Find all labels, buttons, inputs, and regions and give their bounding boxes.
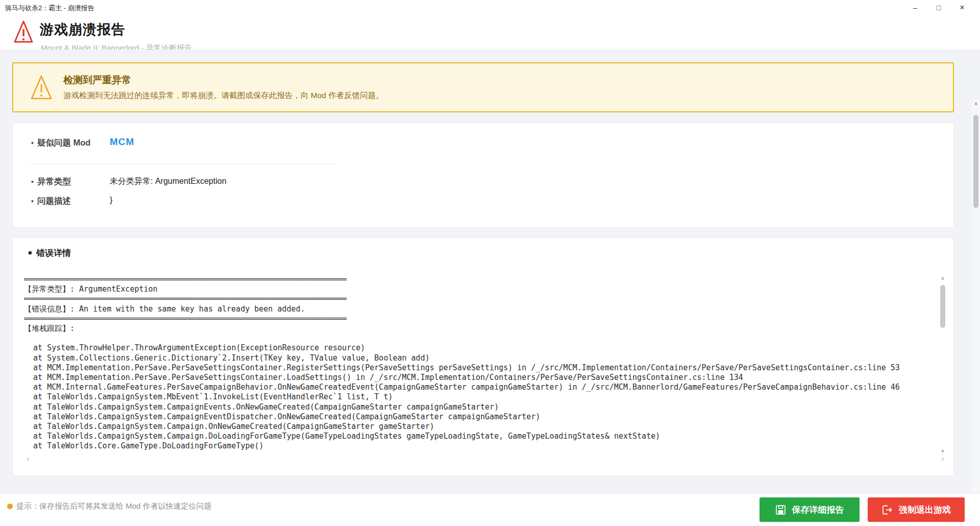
error-details-heading: ■错误详情 [28,247,71,259]
report-header: 游戏崩溃报告 Mount & Blade II: Bannerlord - 异常… [0,15,980,50]
titlebar[interactable]: 骑马与砍杀2：霸主 - 崩溃报告 – □ × [0,0,980,15]
scroll-left-icon[interactable]: ‹ [24,455,32,464]
alert-title: 检测到严重异常 [63,74,131,87]
code-vscroll-thumb[interactable] [940,285,945,328]
scroll-up-icon[interactable]: ∧ [939,275,947,282]
summary-divider [29,164,335,164]
page-title: 游戏崩溃报告 [40,20,126,39]
close-button[interactable]: × [950,0,974,15]
window-controls: – □ × [903,0,974,15]
bullet-icon: • [31,139,34,147]
exit-door-icon [881,505,893,515]
error-details-card: ■错误详情 ══════════════════════════════════… [12,237,954,476]
error-code[interactable]: ════════════════════════════════════════… [24,275,933,453]
save-floppy-icon [775,505,786,515]
exception-type-label: •异常类型 [31,176,71,187]
maximize-button[interactable]: □ [927,0,950,15]
content-area: 检测到严重异常 游戏检测到无法跳过的连续异常，即将崩溃。请截图或保存此报告，向 … [0,50,980,493]
window-title: 骑马与砍杀2：霸主 - 崩溃报告 [5,4,94,13]
crash-summary-card: •疑似问题 Mod MCM •异常类型 未分类异常: ArgumentExcep… [12,123,954,228]
code-horizontal-scrollbar[interactable]: ‹ › [24,455,947,464]
suspected-mod-value: MCM [110,136,134,148]
problem-description-label: •问题描述 [31,196,71,207]
force-quit-button[interactable]: 强制退出游戏 [868,497,965,522]
hint-dot-icon [7,504,13,509]
exception-type-value: 未分类异常: ArgumentException [110,176,227,187]
page-subtitle: Mount & Blade II: Bannerlord - 异常诊断报告 [41,43,192,50]
code-vertical-scrollbar[interactable]: ∧ ∨ [939,275,947,455]
footer-bar: 提示：保存报告后可将其发送给 Mod 作者以快速定位问题 保存详细报告 强制退出… [0,493,980,526]
alert-description: 游戏检测到无法跳过的连续异常，即将崩溃。请截图或保存此报告，向 Mod 作者反馈… [63,90,384,101]
critical-exception-banner: 检测到严重异常 游戏检测到无法跳过的连续异常，即将崩溃。请截图或保存此报告，向 … [12,62,954,112]
window-scrollbar[interactable]: ∧ ∨ [972,99,980,526]
minimize-button[interactable]: – [903,0,927,15]
problem-description-value: } [110,196,112,205]
footer-hint: 提示：保存报告后可将其发送给 Mod 作者以快速定位问题 [16,501,212,511]
save-report-button[interactable]: 保存详细报告 [760,497,860,522]
bullet-icon: • [31,197,34,205]
alert-triangle-icon [30,74,53,101]
window-scrollbar-thumb[interactable] [973,115,978,208]
scroll-down-icon[interactable]: ∨ [939,447,947,455]
scroll-up-icon[interactable]: ∧ [972,100,980,107]
square-bullet-icon: ■ [28,249,32,256]
bullet-icon: • [31,178,34,186]
scroll-right-icon[interactable]: › [939,455,947,464]
warning-triangle-icon [13,19,34,44]
suspected-mod-label: •疑似问题 Mod [31,137,90,149]
